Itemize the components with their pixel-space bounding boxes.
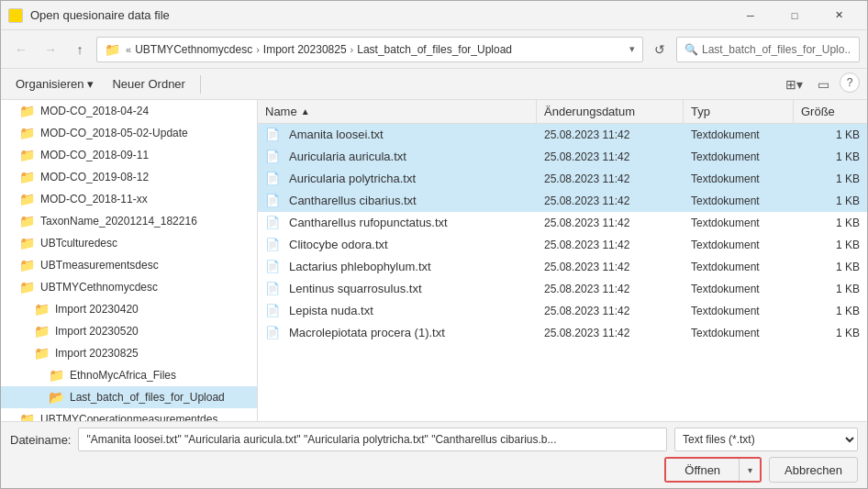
sidebar-item-mod-co-2019-08-12[interactable]: 📁 MOD-CO_2019-08-12 <box>1 166 257 188</box>
sidebar-label: Import 20230420 <box>55 303 139 316</box>
sidebar-item-mod-co-2018-11-xx[interactable]: 📁 MOD-CO_2018-11-xx <box>1 188 257 210</box>
search-bar: 🔍 <box>676 37 860 62</box>
table-row[interactable]: 📄 Cantharellus cibarius.txt 25.08.2023 1… <box>258 190 867 212</box>
organize-button[interactable]: Organisieren ▾ <box>8 72 101 96</box>
sidebar-item-taxonname[interactable]: 📁 TaxonName_20201214_182216 <box>1 210 257 232</box>
table-row[interactable]: 📄 Lentinus squarrosulus.txt 25.08.2023 1… <box>258 278 867 300</box>
breadcrumb-segment-1[interactable]: UBTMYCethnomycdesc <box>135 43 252 56</box>
nav-toolbar: ← → ↑ 📁 « UBTMYCethnomycdesc › Import 20… <box>1 30 867 69</box>
table-row[interactable]: 📄 Auricularia polytricha.txt 25.08.2023 … <box>258 168 867 190</box>
sidebar-item-import-20230520[interactable]: 📁 Import 20230520 <box>1 320 257 342</box>
table-row[interactable]: 📄 Auricularia auricula.txt 25.08.2023 11… <box>258 146 867 168</box>
sidebar-item-ubtmeasurementsdesc[interactable]: 📁 UBTmeasurementsdesc <box>1 254 257 276</box>
minimize-button[interactable]: ─ <box>729 1 772 30</box>
folder-icon: 📁 <box>19 280 35 295</box>
refresh-button[interactable]: ↺ <box>647 37 673 62</box>
folder-icon: 📁 <box>19 258 35 272</box>
file-txt-icon: 📄 <box>265 238 280 251</box>
col-header-name[interactable]: Name ▲ <box>258 100 537 123</box>
sidebar-item-ubtmy-coop[interactable]: 📁 UBTMYCoperationmeasurementdes... <box>1 408 257 421</box>
col-header-type[interactable]: Typ <box>684 100 794 123</box>
sidebar-item-ubtmycethnomycdesc[interactable]: 📁 UBTMYCethnomycdesc <box>1 276 257 298</box>
file-cell-type: Textdokument <box>684 190 794 211</box>
filename-row: Dateiname: Text files (*.txt) <box>10 428 858 451</box>
file-name: Lepista nuda.txt <box>289 304 373 317</box>
table-row[interactable]: 📄 Lactarius phlebophylum.txt 25.08.2023 … <box>258 256 867 278</box>
breadcrumb-folder-icon: 📁 <box>105 42 120 57</box>
filename-input[interactable] <box>78 428 667 451</box>
sidebar-item-mod-co-2018-05-02[interactable]: 📁 MOD-CO_2018-05-02-Update <box>1 122 257 144</box>
open-file-dialog: Open quesionaire data file ─ □ ✕ ← → ↑ 📁… <box>0 0 868 489</box>
content-area: 📁 MOD-CO_2018-04-24 📁 MOD-CO_2018-05-02-… <box>1 100 867 421</box>
file-cell-name: 📄 Clitocybe odora.txt <box>258 234 537 255</box>
table-row[interactable]: 📄 Clitocybe odora.txt 25.08.2023 11:42 T… <box>258 234 867 256</box>
window-controls: ─ □ ✕ <box>729 1 860 30</box>
table-row[interactable]: 📄 Amanita loosei.txt 25.08.2023 11:42 Te… <box>258 124 867 146</box>
file-cell-type: Textdokument <box>684 212 794 233</box>
sidebar-item-mod-co-2018-09-11[interactable]: 📁 MOD-CO_2018-09-11 <box>1 144 257 166</box>
file-cell-type: Textdokument <box>684 146 794 167</box>
file-cell-size: 1 KB <box>794 234 867 255</box>
sidebar-label: UBTculturedesc <box>40 237 117 250</box>
col-header-date[interactable]: Änderungsdatum <box>537 100 684 123</box>
breadcrumb[interactable]: 📁 « UBTMYCethnomycdesc › Import 20230825… <box>96 37 643 62</box>
file-cell-type: Textdokument <box>684 278 794 299</box>
buttons-row: Öffnen ▾ Abbrechen <box>10 457 858 483</box>
col-name-label: Name <box>265 105 297 118</box>
title-bar: Open quesionaire data file ─ □ ✕ <box>1 1 867 30</box>
up-button[interactable]: ↑ <box>67 37 93 62</box>
sidebar-item-ubtculturedesc[interactable]: 📁 UBTculturedesc <box>1 232 257 254</box>
open-button[interactable]: Öffnen <box>666 459 740 481</box>
sidebar-label: Import 20230520 <box>55 325 139 338</box>
file-name: Lactarius phlebophylum.txt <box>289 260 431 273</box>
file-txt-icon: 📄 <box>265 326 280 339</box>
file-name: Lentinus squarrosulus.txt <box>289 282 422 295</box>
forward-button[interactable]: → <box>38 37 63 62</box>
table-row[interactable]: 📄 Cantharellus rufopunctatus.txt 25.08.2… <box>258 212 867 234</box>
file-cell-name: 📄 Auricularia polytricha.txt <box>258 168 537 189</box>
sidebar-label: MOD-CO_2018-09-11 <box>40 149 149 161</box>
search-input[interactable] <box>702 43 851 56</box>
breadcrumb-segment-2[interactable]: Import 20230825 <box>263 43 347 56</box>
new-folder-button[interactable]: Neuer Ordner <box>105 72 192 96</box>
sidebar-item-ethnomyc-africa[interactable]: 📁 EthnoMycAfrica_Files <box>1 364 257 386</box>
back-button[interactable]: ← <box>8 37 34 62</box>
breadcrumb-chevron-2: › <box>256 44 260 55</box>
file-cell-type: Textdokument <box>684 300 794 321</box>
col-name-sort-icon: ▲ <box>301 106 310 117</box>
close-button[interactable]: ✕ <box>818 1 860 30</box>
filetype-select[interactable]: Text files (*.txt) <box>674 428 858 451</box>
pane-button[interactable]: ▭ <box>810 72 836 96</box>
sidebar-item-last-batch[interactable]: 📂 Last_batch_of_files_for_Upload <box>1 386 257 408</box>
file-cell-name: 📄 Cantharellus cibarius.txt <box>258 190 537 211</box>
title-bar-left: Open quesionaire data file <box>8 8 170 23</box>
sidebar-item-mod-co-2018-04-24[interactable]: 📁 MOD-CO_2018-04-24 <box>1 100 257 122</box>
table-row[interactable]: 📄 Macrolepiotata procera (1).txt 25.08.2… <box>258 322 867 344</box>
cancel-button[interactable]: Abbrechen <box>769 457 858 483</box>
file-txt-icon: 📄 <box>265 260 280 273</box>
folder-icon: 📁 <box>34 324 50 339</box>
file-cell-size: 1 KB <box>794 300 867 321</box>
col-header-size[interactable]: Größe <box>794 100 867 123</box>
col-type-label: Typ <box>691 105 710 118</box>
file-cell-date: 25.08.2023 11:42 <box>537 234 684 255</box>
file-txt-icon: 📄 <box>265 282 280 295</box>
table-row[interactable]: 📄 Lepista nuda.txt 25.08.2023 11:42 Text… <box>258 300 867 322</box>
file-cell-date: 25.08.2023 11:42 <box>537 146 684 167</box>
sidebar-item-import-20230825[interactable]: 📁 Import 20230825 <box>1 342 257 364</box>
file-cell-name: 📄 Lactarius phlebophylum.txt <box>258 256 537 277</box>
file-cell-date: 25.08.2023 11:42 <box>537 124 684 145</box>
open-dropdown-button[interactable]: ▾ <box>740 459 760 481</box>
sidebar-item-import-20230420[interactable]: 📁 Import 20230420 <box>1 298 257 320</box>
new-folder-label: Neuer Ordner <box>112 77 184 91</box>
breadcrumb-segment-3[interactable]: Last_batch_of_files_for_Upload <box>357 43 512 56</box>
folder-icon: 📁 <box>34 346 50 361</box>
file-cell-name: 📄 Lepista nuda.txt <box>258 300 537 321</box>
help-button[interactable]: ? <box>840 72 860 93</box>
view-toggle-button[interactable]: ⊞▾ <box>781 72 807 96</box>
breadcrumb-chevron-3: › <box>351 44 354 55</box>
file-name: Macrolepiotata procera (1).txt <box>289 326 445 339</box>
file-cell-size: 1 KB <box>794 190 867 211</box>
maximize-button[interactable]: □ <box>773 1 816 30</box>
file-name: Cantharellus cibarius.txt <box>289 194 417 207</box>
